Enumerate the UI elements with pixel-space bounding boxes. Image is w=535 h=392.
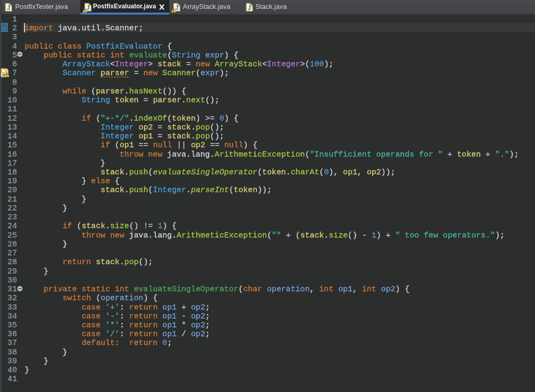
svg-text:J: J xyxy=(175,5,178,11)
svg-text:J: J xyxy=(248,5,251,11)
svg-text:J: J xyxy=(86,5,89,11)
svg-text:J: J xyxy=(7,5,10,11)
